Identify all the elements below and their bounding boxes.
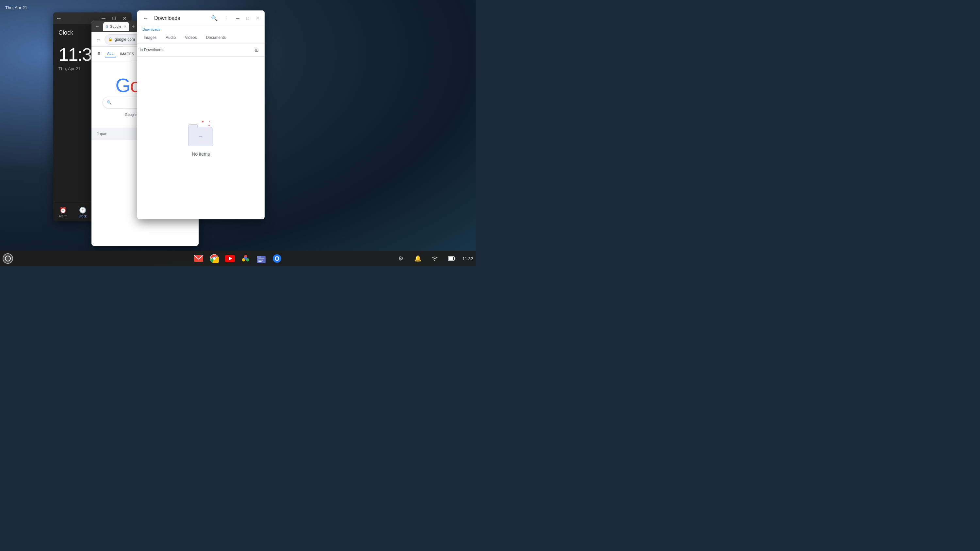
downloads-filter-images[interactable]: Images [140, 33, 161, 43]
taskbar-photos[interactable] [239, 252, 252, 265]
downloads-filter-documents[interactable]: Documents [202, 33, 230, 43]
svg-point-10 [244, 257, 247, 260]
clock-tab-alarm[interactable]: ⏰ Alarm [53, 202, 73, 221]
taskbar: ⚙ 🔔 11:32 [0, 251, 476, 266]
downloads-location: in Downloads [140, 48, 251, 52]
google-menu-btn[interactable]: ☰ [95, 50, 103, 57]
svg-rect-21 [454, 257, 455, 259]
youtube-icon [225, 255, 235, 262]
no-items-text: No items [192, 151, 210, 157]
launcher-icon [5, 255, 11, 262]
taskbar-chrome[interactable] [208, 252, 221, 265]
taskbar-center [192, 252, 283, 265]
downloads-minimize-button[interactable]: ─ [233, 14, 242, 23]
lock-icon: 🔒 [108, 37, 113, 41]
chrome-tab-google[interactable]: G Google ✕ [103, 22, 129, 31]
battery-icon [448, 256, 455, 261]
downloads-back-button[interactable]: ← [140, 13, 151, 24]
taskbar-left [3, 253, 13, 264]
downloads-filter-videos[interactable]: Videos [181, 33, 200, 43]
downloads-title: Downloads [151, 15, 208, 21]
chrome-back-button[interactable]: ← [93, 22, 102, 31]
gmail-icon [194, 255, 203, 262]
downloads-toolbar: in Downloads ⊞ [137, 43, 265, 57]
photos-icon [241, 254, 250, 263]
svg-rect-14 [258, 260, 263, 260]
empty-folder-icon: ─ [186, 120, 216, 146]
chrome-back-nav[interactable]: ← [94, 35, 103, 44]
downloads-view-toggle[interactable]: ⊞ [251, 45, 262, 55]
chromeos-icon [272, 254, 282, 263]
clock-tab-clock-label: Clock [78, 214, 87, 218]
alarm-icon: ⏰ [59, 206, 67, 214]
svg-rect-15 [258, 261, 262, 262]
folder-shape: ─ [188, 127, 213, 146]
google-images-btn[interactable]: IMAGES [118, 51, 136, 57]
downloads-window: ← Downloads 🔍 ⋮ ─ □ ✕ Downloads Images A… [137, 10, 265, 219]
chrome-favicon: G [106, 25, 108, 29]
google-all-btn[interactable]: ALL [105, 50, 116, 57]
downloads-empty-state: ─ No items [137, 57, 265, 219]
desktop-date: Thu, Apr 21 [5, 5, 27, 10]
google-g: G [115, 75, 130, 96]
taskbar-chromeos[interactable] [270, 252, 283, 265]
wifi-indicator[interactable] [428, 252, 441, 265]
url-text: google.com [115, 37, 135, 42]
svg-point-4 [213, 257, 216, 260]
clock-tab-clock[interactable]: 🕐 Clock [73, 202, 92, 221]
wifi-icon [431, 256, 438, 261]
taskbar-right: ⚙ 🔔 11:32 [394, 252, 473, 265]
taskbar-files[interactable] [255, 252, 268, 265]
search-icon: 🔍 [107, 100, 112, 105]
svg-rect-13 [258, 259, 264, 259]
svg-rect-12 [257, 256, 261, 258]
launcher-button[interactable] [3, 253, 13, 264]
chrome-tab-label: Google [110, 24, 121, 29]
taskbar-time: 11:32 [462, 256, 473, 261]
chrome-new-tab-button[interactable]: + [130, 22, 136, 31]
downloads-path[interactable]: Downloads [137, 26, 265, 33]
chrome-icon [210, 254, 219, 263]
downloads-search-button[interactable]: 🔍 [208, 13, 220, 24]
clock-tab-alarm-label: Alarm [59, 214, 67, 218]
downloads-close-button[interactable]: ✕ [253, 14, 262, 23]
taskbar-youtube[interactable] [223, 252, 237, 265]
downloads-titlebar: ← Downloads 🔍 ⋮ ─ □ ✕ [137, 10, 265, 26]
clock-icon: 🕐 [79, 206, 86, 214]
downloads-maximize-button[interactable]: □ [243, 14, 252, 23]
notifications-button[interactable]: 🔔 [411, 252, 424, 265]
svg-point-0 [5, 256, 10, 261]
downloads-more-button[interactable]: ⋮ [220, 13, 232, 24]
clock-titlebar-back[interactable]: ← [56, 15, 62, 22]
chrome-tab-close[interactable]: ✕ [124, 25, 126, 29]
files-icon [257, 254, 266, 263]
settings-button[interactable]: ⚙ [394, 252, 407, 265]
battery-indicator[interactable] [445, 252, 458, 265]
svg-rect-22 [449, 257, 453, 260]
svg-point-18 [276, 257, 278, 260]
taskbar-gmail[interactable] [192, 252, 205, 265]
downloads-filter-tabs: Images Audio Videos Documents [137, 33, 265, 43]
downloads-filter-audio[interactable]: Audio [162, 33, 180, 43]
svg-point-19 [434, 260, 436, 261]
